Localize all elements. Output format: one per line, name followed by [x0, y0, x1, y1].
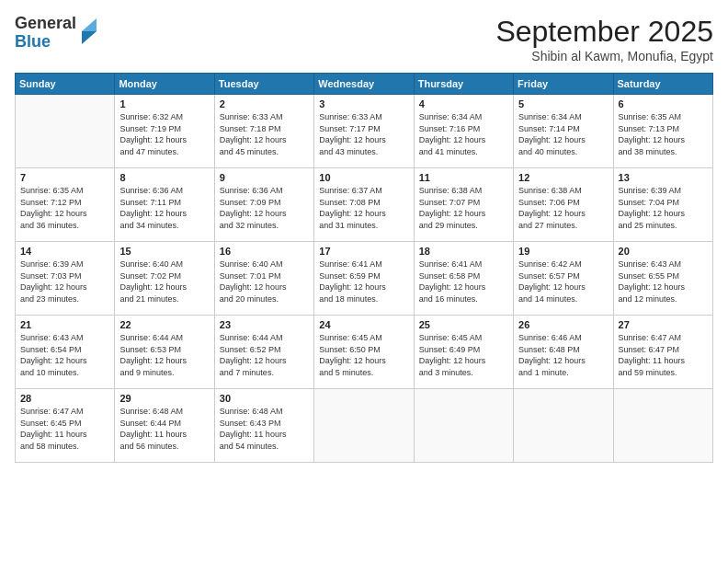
table-row: 2Sunrise: 6:33 AMSunset: 7:18 PMDaylight…	[214, 95, 313, 168]
cell-info: Sunrise: 6:40 AMSunset: 7:02 PMDaylight:…	[119, 259, 209, 304]
cell-info: Sunrise: 6:33 AMSunset: 7:18 PMDaylight:…	[220, 111, 309, 157]
logo: General Blue	[15, 15, 98, 52]
table-row	[16, 95, 115, 168]
cell-info: Sunrise: 6:45 AMSunset: 6:50 PMDaylight:…	[319, 332, 408, 378]
table-row: 23Sunrise: 6:44 AMSunset: 6:52 PMDayligh…	[214, 316, 313, 389]
table-row: 18Sunrise: 6:41 AMSunset: 6:58 PMDayligh…	[414, 242, 513, 316]
header-tuesday: Tuesday	[214, 74, 313, 95]
cell-info: Sunrise: 6:39 AMSunset: 7:04 PMDaylight:…	[619, 185, 708, 231]
month-title: September 2025	[495, 15, 713, 49]
table-row: 25Sunrise: 6:45 AMSunset: 6:49 PMDayligh…	[414, 316, 513, 389]
day-number: 13	[619, 172, 708, 183]
calendar-week-row: 28Sunrise: 6:47 AMSunset: 6:45 PMDayligh…	[16, 389, 713, 463]
day-number: 5	[518, 98, 608, 109]
calendar-week-row: 21Sunrise: 6:43 AMSunset: 6:54 PMDayligh…	[16, 316, 713, 389]
location-title: Shibin al Kawm, Monufia, Egypt	[495, 49, 713, 63]
day-number: 14	[20, 246, 109, 257]
day-number: 11	[419, 172, 508, 183]
table-row: 4Sunrise: 6:34 AMSunset: 7:16 PMDaylight…	[414, 95, 513, 168]
day-number: 28	[20, 393, 109, 404]
table-row: 12Sunrise: 6:38 AMSunset: 7:06 PMDayligh…	[514, 168, 613, 242]
cell-info: Sunrise: 6:33 AMSunset: 7:17 PMDaylight:…	[319, 111, 408, 157]
header-wednesday: Wednesday	[314, 74, 414, 95]
cell-info: Sunrise: 6:41 AMSunset: 6:59 PMDaylight:…	[319, 259, 408, 304]
cell-info: Sunrise: 6:47 AMSunset: 6:47 PMDaylight:…	[619, 332, 708, 378]
day-number: 4	[419, 98, 508, 109]
table-row: 20Sunrise: 6:43 AMSunset: 6:55 PMDayligh…	[613, 242, 712, 316]
day-number: 1	[119, 98, 209, 109]
calendar-header-row: Sunday Monday Tuesday Wednesday Thursday…	[16, 74, 713, 95]
cell-info: Sunrise: 6:42 AMSunset: 6:57 PMDaylight:…	[518, 259, 608, 304]
day-number: 30	[220, 393, 309, 404]
table-row: 10Sunrise: 6:37 AMSunset: 7:08 PMDayligh…	[314, 168, 414, 242]
day-number: 18	[419, 246, 508, 257]
table-row: 1Sunrise: 6:32 AMSunset: 7:19 PMDaylight…	[115, 95, 214, 168]
day-number: 2	[220, 98, 309, 109]
day-number: 10	[319, 172, 408, 183]
cell-info: Sunrise: 6:44 AMSunset: 6:52 PMDaylight:…	[220, 332, 309, 378]
header-monday: Monday	[115, 74, 214, 95]
cell-info: Sunrise: 6:37 AMSunset: 7:08 PMDaylight:…	[319, 185, 408, 231]
table-row: 16Sunrise: 6:40 AMSunset: 7:01 PMDayligh…	[214, 242, 313, 316]
header-friday: Friday	[514, 74, 613, 95]
title-block: September 2025 Shibin al Kawm, Monufia, …	[495, 15, 713, 63]
calendar-week-row: 14Sunrise: 6:39 AMSunset: 7:03 PMDayligh…	[16, 242, 713, 316]
day-number: 7	[20, 172, 109, 183]
cell-info: Sunrise: 6:48 AMSunset: 6:44 PMDaylight:…	[119, 406, 209, 452]
svg-marker-0	[82, 31, 97, 44]
table-row: 6Sunrise: 6:35 AMSunset: 7:13 PMDaylight…	[613, 95, 712, 168]
cell-info: Sunrise: 6:46 AMSunset: 6:48 PMDaylight:…	[518, 332, 608, 378]
logo-icon	[80, 18, 98, 44]
table-row	[414, 389, 513, 463]
cell-info: Sunrise: 6:48 AMSunset: 6:43 PMDaylight:…	[220, 406, 309, 452]
cell-info: Sunrise: 6:34 AMSunset: 7:14 PMDaylight:…	[518, 111, 608, 157]
cell-info: Sunrise: 6:36 AMSunset: 7:11 PMDaylight:…	[119, 185, 209, 231]
table-row: 15Sunrise: 6:40 AMSunset: 7:02 PMDayligh…	[115, 242, 214, 316]
svg-marker-1	[82, 18, 97, 31]
day-number: 9	[220, 172, 309, 183]
day-number: 21	[20, 319, 109, 330]
day-number: 16	[220, 246, 309, 257]
table-row: 11Sunrise: 6:38 AMSunset: 7:07 PMDayligh…	[414, 168, 513, 242]
table-row: 30Sunrise: 6:48 AMSunset: 6:43 PMDayligh…	[214, 389, 313, 463]
table-row: 7Sunrise: 6:35 AMSunset: 7:12 PMDaylight…	[16, 168, 115, 242]
cell-info: Sunrise: 6:40 AMSunset: 7:01 PMDaylight:…	[220, 259, 309, 304]
cell-info: Sunrise: 6:41 AMSunset: 6:58 PMDaylight:…	[419, 259, 508, 304]
day-number: 17	[319, 246, 408, 257]
day-number: 19	[518, 246, 608, 257]
table-row: 29Sunrise: 6:48 AMSunset: 6:44 PMDayligh…	[115, 389, 214, 463]
day-number: 22	[119, 319, 209, 330]
day-number: 29	[119, 393, 209, 404]
cell-info: Sunrise: 6:38 AMSunset: 7:07 PMDaylight:…	[419, 185, 508, 231]
table-row: 9Sunrise: 6:36 AMSunset: 7:09 PMDaylight…	[214, 168, 313, 242]
table-row: 28Sunrise: 6:47 AMSunset: 6:45 PMDayligh…	[16, 389, 115, 463]
calendar-week-row: 1Sunrise: 6:32 AMSunset: 7:19 PMDaylight…	[16, 95, 713, 168]
day-number: 3	[319, 98, 408, 109]
logo-general-text: General	[15, 15, 76, 33]
table-row: 27Sunrise: 6:47 AMSunset: 6:47 PMDayligh…	[613, 316, 712, 389]
table-row: 24Sunrise: 6:45 AMSunset: 6:50 PMDayligh…	[314, 316, 414, 389]
table-row: 22Sunrise: 6:44 AMSunset: 6:53 PMDayligh…	[115, 316, 214, 389]
cell-info: Sunrise: 6:38 AMSunset: 7:06 PMDaylight:…	[518, 185, 608, 231]
table-row: 13Sunrise: 6:39 AMSunset: 7:04 PMDayligh…	[613, 168, 712, 242]
day-number: 27	[619, 319, 708, 330]
day-number: 6	[619, 98, 708, 109]
cell-info: Sunrise: 6:47 AMSunset: 6:45 PMDaylight:…	[20, 406, 109, 452]
table-row: 26Sunrise: 6:46 AMSunset: 6:48 PMDayligh…	[514, 316, 613, 389]
table-row	[314, 389, 414, 463]
cell-info: Sunrise: 6:34 AMSunset: 7:16 PMDaylight:…	[419, 111, 508, 157]
day-number: 20	[619, 246, 708, 257]
day-number: 26	[518, 319, 608, 330]
table-row: 14Sunrise: 6:39 AMSunset: 7:03 PMDayligh…	[16, 242, 115, 316]
table-row: 17Sunrise: 6:41 AMSunset: 6:59 PMDayligh…	[314, 242, 414, 316]
header-saturday: Saturday	[613, 74, 712, 95]
cell-info: Sunrise: 6:35 AMSunset: 7:12 PMDaylight:…	[20, 185, 109, 231]
table-row	[613, 389, 712, 463]
calendar-week-row: 7Sunrise: 6:35 AMSunset: 7:12 PMDaylight…	[16, 168, 713, 242]
header-sunday: Sunday	[16, 74, 115, 95]
table-row	[514, 389, 613, 463]
day-number: 8	[119, 172, 209, 183]
table-row: 8Sunrise: 6:36 AMSunset: 7:11 PMDaylight…	[115, 168, 214, 242]
cell-info: Sunrise: 6:35 AMSunset: 7:13 PMDaylight:…	[619, 111, 708, 157]
header-thursday: Thursday	[414, 74, 513, 95]
